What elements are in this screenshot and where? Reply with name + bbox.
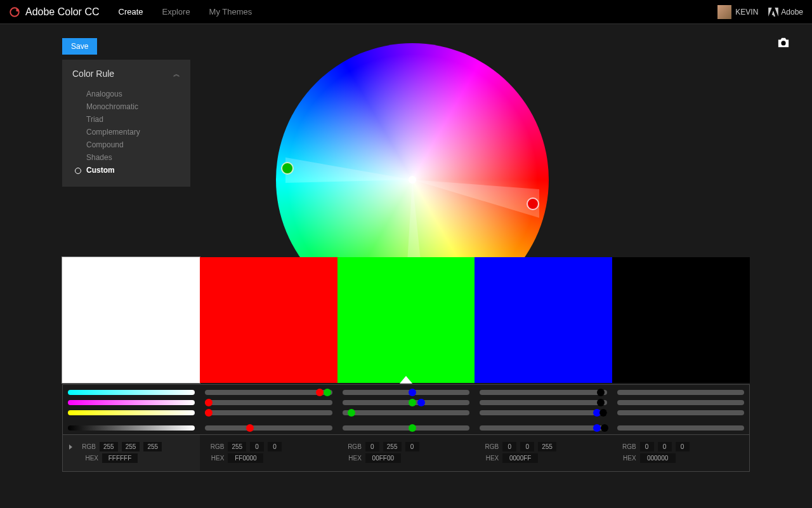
slider-1-m[interactable] <box>68 400 195 405</box>
rule-monochromatic[interactable]: Monochromatic <box>72 100 180 113</box>
slider-4-b[interactable] <box>480 410 606 415</box>
save-button[interactable]: Save <box>62 38 97 55</box>
wheel-handle-green[interactable] <box>281 162 294 175</box>
slider-4-r[interactable] <box>480 390 606 395</box>
b-value-2[interactable]: 0 <box>268 442 282 451</box>
slider-row-brightness <box>63 424 749 432</box>
slider-3-g[interactable] <box>343 400 469 405</box>
swatch-strip <box>62 257 750 383</box>
svg-point-2 <box>781 41 785 45</box>
slider-2-b[interactable] <box>205 410 332 415</box>
values-swatch-1: RGB255255255 HEXFFFFFF <box>63 435 200 471</box>
b-value-4[interactable]: 255 <box>538 442 556 451</box>
r-value-1[interactable]: 255 <box>100 442 118 451</box>
nav-my-themes[interactable]: My Themes <box>209 7 252 17</box>
color-rule-header[interactable]: Color Rule ︽ <box>72 69 180 79</box>
r-value-4[interactable]: 0 <box>502 442 516 451</box>
g-value-1[interactable]: 255 <box>122 442 140 451</box>
r-value-5[interactable]: 0 <box>640 442 654 451</box>
hex-label: HEX <box>81 455 98 462</box>
active-swatch-indicator-icon <box>400 376 412 384</box>
adobe-brand-label: Adobe <box>781 8 803 17</box>
g-value-3[interactable]: 255 <box>383 442 402 451</box>
value-readout-row: RGB255255255 HEXFFFFFF RGB25500 HEXFF000… <box>62 435 750 472</box>
swatch-2[interactable] <box>200 257 337 383</box>
rule-shades[interactable]: Shades <box>72 151 180 164</box>
rule-compound[interactable]: Compound <box>72 138 180 151</box>
slider-3-k[interactable] <box>343 425 469 431</box>
rule-triad[interactable]: Triad <box>72 113 180 126</box>
color-rule-title: Color Rule <box>72 69 114 79</box>
slider-row-2 <box>63 399 749 406</box>
camera-button[interactable] <box>776 37 790 51</box>
username[interactable]: KEVIN <box>735 8 758 17</box>
svg-point-1 <box>16 8 19 11</box>
slider-row-3 <box>63 409 749 417</box>
swatch-5[interactable] <box>612 257 750 383</box>
swatch-1[interactable] <box>62 257 200 383</box>
g-value-4[interactable]: 0 <box>520 442 534 451</box>
values-swatch-5: RGB000 HEX000000 <box>612 435 749 471</box>
hex-value-4[interactable]: 0000FF <box>502 453 538 463</box>
swatch-4[interactable] <box>475 257 612 383</box>
adobe-color-logo-icon <box>9 6 20 18</box>
slider-3-b[interactable] <box>343 410 469 415</box>
b-value-5[interactable]: 0 <box>676 442 690 451</box>
hex-value-3[interactable]: 00FF00 <box>365 453 401 463</box>
slider-row-1 <box>63 389 749 396</box>
adobe-brand-link[interactable]: Adobe <box>768 8 803 17</box>
r-value-2[interactable]: 255 <box>228 442 246 451</box>
slider-5-g[interactable] <box>617 400 744 405</box>
user-avatar[interactable] <box>717 5 731 19</box>
slider-2-g[interactable] <box>205 400 332 405</box>
slider-4-k[interactable] <box>480 425 606 431</box>
values-swatch-2: RGB25500 HEXFF0000 <box>200 435 337 471</box>
collapse-chevron-icon: ︽ <box>173 69 180 79</box>
color-rule-panel: Color Rule ︽ Analogous Monochromatic Tri… <box>62 60 190 187</box>
slider-1-c[interactable] <box>68 390 195 395</box>
b-value-1[interactable]: 255 <box>143 442 162 451</box>
mode-caret-icon[interactable] <box>69 444 72 450</box>
slider-5-r[interactable] <box>617 390 744 395</box>
rgb-label: RGB <box>78 443 96 450</box>
app-header: Adobe Color CC Create Explore My Themes … <box>0 0 812 24</box>
slider-3-r[interactable] <box>343 390 469 395</box>
b-value-3[interactable]: 0 <box>405 442 419 451</box>
wheel-handle-red[interactable] <box>527 197 539 210</box>
slider-2-k[interactable] <box>205 425 332 431</box>
r-value-3[interactable]: 0 <box>365 442 379 451</box>
slider-5-b[interactable] <box>617 410 744 415</box>
hex-value-1[interactable]: FFFFFF <box>102 453 138 463</box>
adobe-icon <box>768 8 778 17</box>
nav-explore[interactable]: Explore <box>162 7 190 17</box>
g-value-5[interactable]: 0 <box>658 442 672 451</box>
rule-complementary[interactable]: Complementary <box>72 126 180 138</box>
hex-value-2[interactable]: FF0000 <box>228 453 263 463</box>
hex-value-5[interactable]: 000000 <box>640 453 676 463</box>
app-title: Adobe Color CC <box>25 6 100 18</box>
nav-create[interactable]: Create <box>119 7 143 17</box>
slider-5-k[interactable] <box>617 425 744 431</box>
values-swatch-3: RGB02550 HEX00FF00 <box>337 435 475 471</box>
slider-panel <box>62 384 750 435</box>
slider-1-y[interactable] <box>68 410 195 415</box>
slider-4-g[interactable] <box>480 400 606 405</box>
wheel-center[interactable] <box>409 176 416 184</box>
g-value-2[interactable]: 0 <box>250 442 264 451</box>
slider-2-r[interactable] <box>205 390 332 395</box>
rule-analogous[interactable]: Analogous <box>72 88 180 100</box>
values-swatch-4: RGB00255 HEX0000FF <box>475 435 612 471</box>
slider-1-k[interactable] <box>68 425 195 431</box>
rule-custom[interactable]: Custom <box>72 164 180 177</box>
swatch-3[interactable] <box>337 257 475 383</box>
